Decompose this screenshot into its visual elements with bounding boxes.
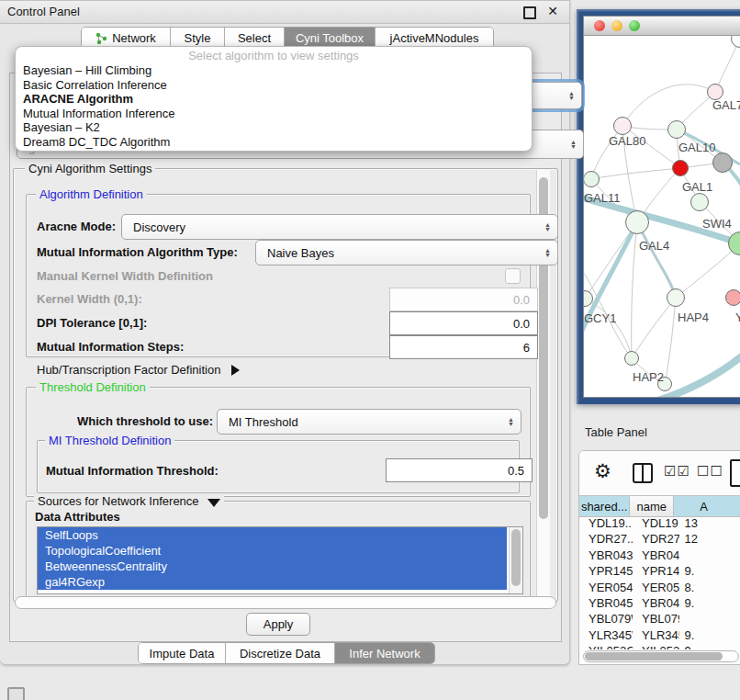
table-cell[interactable]: YDR27... — [633, 531, 679, 547]
table-cell[interactable]: YBR045C — [579, 595, 633, 611]
table-row[interactable]: YLR345WYLR345W9. — [579, 627, 740, 643]
table-cell[interactable]: 9. — [679, 595, 740, 611]
table-cell[interactable]: YBR043C — [579, 548, 633, 563]
network-node[interactable] — [728, 231, 740, 255]
network-node[interactable] — [624, 351, 639, 366]
tab-infer-network[interactable]: Infer Network — [335, 643, 434, 663]
algorithm-option[interactable]: Basic Correlation Inference — [16, 78, 532, 93]
float-window-icon[interactable] — [523, 6, 536, 19]
table-cell[interactable]: YPR145W — [579, 563, 633, 579]
attribute-item[interactable]: gal4RGexp — [38, 574, 507, 590]
table-horizontal-scrollbar[interactable] — [583, 650, 739, 662]
hub-definition-expander[interactable]: Hub/Transcription Factor Definition — [37, 363, 240, 377]
kernel-width-field[interactable]: 0.0 — [389, 288, 538, 311]
table-cell[interactable]: 12 — [679, 531, 740, 547]
table-cell[interactable]: YPR145W — [633, 563, 679, 579]
network-node[interactable] — [667, 120, 686, 139]
dpi-tolerance-field[interactable]: 0.0 — [389, 311, 538, 335]
close-icon[interactable]: ✕ — [547, 4, 558, 18]
expand-right-icon — [231, 365, 240, 376]
tab-discretize-data[interactable]: Discretize Data — [226, 643, 335, 663]
tab-impute-data[interactable]: Impute Data — [139, 643, 226, 663]
mi-threshold-label: Mutual Information Threshold: — [46, 464, 219, 478]
algorithm-option[interactable]: ARACNE Algorithm — [16, 92, 532, 107]
mi-threshold-field[interactable]: 0.5 — [386, 458, 533, 482]
manual-kernel-checkbox[interactable] — [505, 268, 521, 284]
network-node[interactable] — [613, 117, 632, 135]
network-node[interactable] — [712, 152, 733, 173]
table-cell[interactable]: 9 — [679, 643, 740, 649]
table-cell[interactable]: YLR345W — [633, 627, 679, 643]
which-threshold-combo[interactable]: MI Threshold ▲▼ — [217, 409, 521, 435]
table-cell[interactable]: YER054C — [579, 580, 633, 595]
aracne-mode-combo[interactable]: Discovery ▲▼ — [121, 214, 558, 240]
table-row[interactable]: YBR043CYBR043C — [579, 548, 740, 563]
sources-group-title[interactable]: Sources for Network Inference — [34, 494, 224, 508]
tab-style[interactable]: Style — [171, 28, 225, 48]
table-cell[interactable]: YBR043C — [633, 548, 679, 563]
attribute-item[interactable]: SelfLoops — [38, 527, 507, 543]
table-cell[interactable]: YIL052C — [579, 643, 633, 649]
table-cell[interactable]: YDL19... — [579, 515, 633, 531]
network-node[interactable] — [672, 160, 689, 176]
table-row[interactable]: YBL079WYBL079W — [579, 611, 740, 627]
algorithm-option[interactable]: Bayesian – Hill Climbing — [16, 63, 532, 78]
table-row[interactable]: YDR27...YDR27...12 — [579, 531, 740, 547]
gear-icon[interactable]: ⚙ — [594, 460, 611, 482]
table-row[interactable]: YIL052CYIL052C9 — [579, 643, 740, 649]
table-cell[interactable]: 9. — [679, 627, 740, 643]
settings-horizontal-scrollbar[interactable] — [15, 596, 556, 609]
network-node[interactable] — [667, 288, 685, 307]
table-cell[interactable] — [679, 611, 740, 627]
algorithm-option[interactable]: Bayesian – K2 — [16, 120, 532, 135]
table-column-header[interactable]: A — [674, 496, 740, 516]
table-cell[interactable]: 13 — [679, 515, 740, 531]
apply-button[interactable]: Apply — [246, 613, 310, 636]
table-cell[interactable]: YBL079W — [633, 611, 679, 627]
attribute-item[interactable]: BetweennessCentrality — [38, 559, 507, 574]
table-row[interactable]: YER054CYER054C8. — [579, 580, 740, 595]
network-node[interactable] — [731, 36, 740, 48]
tab-select[interactable]: Select — [225, 28, 285, 48]
collapsed-panel-icon[interactable] — [7, 687, 25, 700]
table-column-header[interactable]: name — [630, 496, 674, 516]
table-row[interactable]: YDL19...YDL19...13 — [579, 515, 740, 531]
attribute-item[interactable]: TopologicalCoefficient — [38, 543, 507, 559]
tab-cyni-toolbox[interactable]: Cyni Toolbox — [285, 28, 376, 48]
select-all-checkboxes-icon[interactable]: ☑☑ — [664, 463, 690, 480]
table-cell[interactable]: 9. — [679, 563, 740, 579]
attributes-scrollbar-thumb[interactable] — [511, 529, 521, 586]
mi-algorithm-type-combo[interactable]: Naive Bayes ▲▼ — [255, 240, 558, 265]
table-cell[interactable]: YDL19... — [633, 515, 679, 531]
columns-icon[interactable] — [633, 463, 653, 483]
table-cell[interactable]: YLR345W — [579, 627, 633, 643]
tab-jactivemnodules[interactable]: jActiveMNodules — [376, 28, 493, 48]
zoom-traffic-light[interactable] — [629, 20, 640, 31]
table-row[interactable]: YBR045CYBR045C9. — [579, 595, 740, 611]
network-node[interactable] — [725, 289, 740, 306]
close-traffic-light[interactable] — [594, 20, 605, 31]
table-cell[interactable] — [679, 548, 740, 563]
table-cell[interactable]: YDR27... — [579, 531, 633, 547]
document-icon[interactable] — [730, 459, 740, 487]
table-cell[interactable]: YER054C — [633, 580, 679, 595]
network-node[interactable] — [690, 193, 709, 211]
mi-steps-field[interactable]: 6 — [389, 335, 538, 359]
network-node[interactable] — [584, 290, 593, 307]
table-cell[interactable]: 8. — [679, 580, 740, 595]
tab-network[interactable]: Network — [82, 28, 171, 48]
algorithm-option[interactable]: Dream8 DC_TDC Algorithm — [16, 135, 532, 150]
network-node[interactable] — [625, 210, 649, 234]
deselect-all-checkboxes-icon[interactable]: ☐☐ — [697, 463, 723, 480]
table-cell[interactable]: YIL052C — [633, 643, 679, 649]
table-cell[interactable]: YBL079W — [579, 611, 633, 627]
network-node[interactable] — [584, 171, 600, 187]
table-cell[interactable]: YBR045C — [633, 595, 679, 611]
table-hscroll-thumb[interactable] — [585, 652, 723, 660]
algorithm-option[interactable]: Mutual Information Inference — [16, 107, 532, 121]
network-canvas[interactable]: GAL7GAL80GAL10GAL1GAL11SWI4GAL4GCY1HAP4Y… — [584, 36, 740, 397]
minimize-traffic-light[interactable] — [611, 20, 622, 31]
table-column-header[interactable]: shared... — [579, 496, 630, 516]
table-row[interactable]: YPR145WYPR145W9. — [579, 563, 740, 579]
attributes-scrollbar[interactable] — [509, 527, 522, 593]
